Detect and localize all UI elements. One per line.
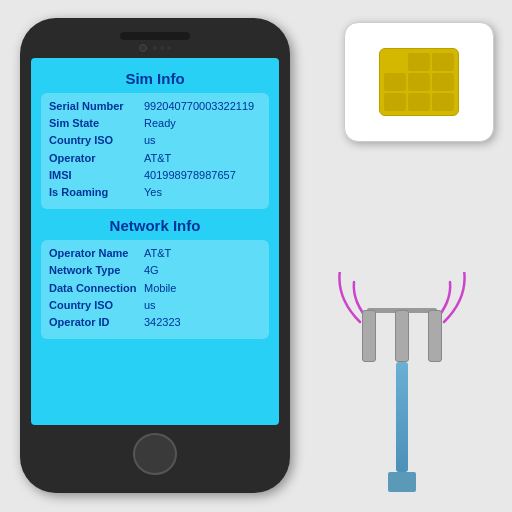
sim-serial-label: Serial Number [49,99,144,114]
phone-camera-icon [139,44,147,52]
phone: Sim Info Serial Number 99204077000332211… [20,18,290,493]
chip-cell [408,93,430,111]
net-opid-row: Operator ID 342323 [49,315,261,330]
net-type-row: Network Type 4G [49,263,261,278]
phone-camera-row [139,44,171,52]
sim-operator-row: Operator AT&T [49,151,261,166]
sim-imsi-row: IMSI 401998978987657 [49,168,261,183]
tower-antenna-right [428,310,442,362]
sim-roaming-row: Is Roaming Yes [49,185,261,200]
sim-operator-value: AT&T [144,151,171,166]
chip-cell [432,93,454,111]
net-data-value: Mobile [144,281,176,296]
sim-imsi-label: IMSI [49,168,144,183]
scene: Sim Info Serial Number 99204077000332211… [0,0,512,512]
tower-antenna-center [395,310,409,362]
net-opid-value: 342323 [144,315,181,330]
sim-chip [379,48,459,116]
network-info-title: Network Info [41,217,269,234]
net-data-row: Data Connection Mobile [49,281,261,296]
home-button[interactable] [133,433,177,475]
sim-serial-row: Serial Number 992040770003322119 [49,99,261,114]
phone-dot [167,46,171,50]
tower-base [388,472,416,492]
sim-info-box: Serial Number 992040770003322119 Sim Sta… [41,93,269,209]
chip-cell [432,53,454,71]
net-operator-row: Operator Name AT&T [49,246,261,261]
sim-serial-value: 992040770003322119 [144,99,254,114]
net-opid-label: Operator ID [49,315,144,330]
chip-cell [408,73,430,91]
sim-roaming-value: Yes [144,185,162,200]
phone-speaker [120,32,190,40]
chip-cell [432,73,454,91]
chip-cell [384,73,406,91]
sim-info-title: Sim Info [41,70,269,87]
sim-operator-label: Operator [49,151,144,166]
net-country-value: us [144,298,156,313]
cell-tower [322,232,482,492]
chip-cell [384,93,406,111]
sim-country-value: us [144,133,156,148]
net-type-value: 4G [144,263,159,278]
net-operator-value: AT&T [144,246,171,261]
chip-cell [408,53,430,71]
phone-dot [153,46,157,50]
net-data-label: Data Connection [49,281,144,296]
sim-roaming-label: Is Roaming [49,185,144,200]
sim-card [344,22,494,142]
net-country-row: Country ISO us [49,298,261,313]
sim-state-row: Sim State Ready [49,116,261,131]
sim-imsi-value: 401998978987657 [144,168,236,183]
tower-top [352,282,452,362]
sim-country-label: Country ISO [49,133,144,148]
sim-state-label: Sim State [49,116,144,131]
net-country-label: Country ISO [49,298,144,313]
tower-pole [396,362,408,472]
sim-country-row: Country ISO us [49,133,261,148]
phone-dots [153,46,171,50]
net-type-label: Network Type [49,263,144,278]
sim-state-value: Ready [144,116,176,131]
chip-notch [384,53,406,71]
tower-antenna-left [362,310,376,362]
network-info-box: Operator Name AT&T Network Type 4G Data … [41,240,269,339]
net-operator-label: Operator Name [49,246,144,261]
phone-dot [160,46,164,50]
phone-screen: Sim Info Serial Number 99204077000332211… [31,58,279,426]
